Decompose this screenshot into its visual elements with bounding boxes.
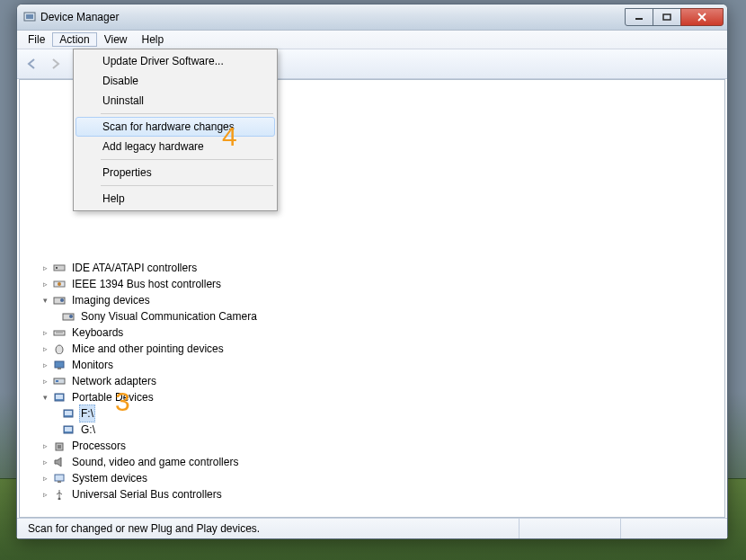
minimize-button[interactable] [625,8,653,26]
titlebar[interactable]: Device Manager [17,4,727,31]
back-button[interactable] [22,54,42,74]
device-manager-window: Device Manager File Action View Help [16,4,728,539]
maximize-button[interactable] [653,8,681,26]
imaging-icon [52,294,67,307]
menu-properties[interactable]: Properties [75,163,275,182]
tree-node-drive-g[interactable]: G:\ [23,422,724,438]
window-title: Device Manager [40,11,626,23]
selected-node: F:\ [79,404,95,422]
svg-point-15 [56,345,63,354]
statusbar: Scan for changed or new Plug and Play de… [17,518,727,538]
svg-point-8 [58,282,61,286]
svg-rect-27 [58,445,61,449]
tree-node-ide[interactable]: ▹ IDE ATA/ATAPI controllers [23,260,724,276]
collapsed-icon[interactable]: ▹ [40,376,50,387]
collapsed-icon[interactable]: ▹ [40,360,50,370]
tree-node-drive-f[interactable]: F:\ [23,405,724,422]
forward-button[interactable] [46,54,66,74]
collapsed-icon[interactable]: ▹ [40,262,50,273]
processor-icon [52,440,67,452]
ieee-icon [52,278,67,290]
svg-rect-17 [58,368,61,369]
tree-node-ieee[interactable]: ▹ IEEE 1394 Bus host controllers [23,276,724,292]
svg-point-12 [69,315,73,318]
svg-rect-28 [55,475,64,481]
expanded-icon[interactable]: ▾ [40,295,50,306]
keyboard-icon [52,326,67,339]
usb-icon [52,488,67,501]
system-icon [52,472,67,484]
tree-node-imaging-camera[interactable]: Sony Visual Communication Camera [23,308,724,324]
svg-rect-29 [58,481,61,483]
tree-node-mice[interactable]: ▹ Mice and other pointing devices [23,341,724,357]
svg-rect-16 [55,361,64,368]
network-icon [52,375,67,387]
svg-point-10 [60,298,64,302]
menu-file[interactable]: File [21,32,52,47]
collapsed-icon[interactable]: ▹ [40,489,50,500]
menu-update-driver[interactable]: Update Driver Software... [75,51,275,71]
menu-help-item[interactable]: Help [75,189,275,209]
tree-node-sound[interactable]: ▹ Sound, video and game controllers [23,454,724,470]
collapsed-icon[interactable]: ▹ [40,457,50,467]
collapsed-icon[interactable]: ▹ [40,327,50,338]
collapsed-icon[interactable]: ▹ [40,343,50,354]
app-icon [22,10,37,24]
camera-icon [61,310,75,323]
tree-node-keyboards[interactable]: ▹ Keyboards [23,324,724,341]
menu-separator [101,185,273,186]
tree-node-portable[interactable]: ▾ Portable Devices [23,389,724,405]
svg-point-30 [58,498,61,501]
svg-rect-6 [56,267,58,269]
svg-rect-3 [663,14,671,20]
menu-scan-hardware[interactable]: Scan for hardware changes [75,117,275,137]
status-cell-2 [520,519,621,538]
menu-add-legacy[interactable]: Add legacy hardware [75,137,275,156]
collapsed-icon[interactable]: ▹ [40,279,50,289]
menu-disable[interactable]: Disable [75,71,275,91]
menu-view[interactable]: View [97,32,135,47]
monitor-icon [52,359,67,371]
tree-node-network[interactable]: ▹ Network adapters [23,373,724,389]
menu-action[interactable]: Action [52,32,96,47]
status-text: Scan for changed or new Plug and Play de… [22,519,520,538]
portable-icon [52,391,67,404]
svg-rect-25 [65,427,72,431]
svg-rect-19 [56,380,58,382]
svg-rect-21 [56,395,63,399]
svg-rect-1 [26,14,33,19]
svg-rect-5 [54,265,65,271]
sound-icon [52,456,67,468]
drive-icon [61,423,75,436]
menu-separator [101,113,273,114]
action-menu-dropdown: Update Driver Software... Disable Uninst… [73,49,278,211]
menubar: File Action View Help [17,31,727,49]
tree-node-system[interactable]: ▹ System devices [23,470,724,486]
svg-rect-2 [635,18,643,20]
tree-node-usb[interactable]: ▹ Universal Serial Bus controllers [23,486,724,502]
tree-node-imaging[interactable]: ▾ Imaging devices [23,292,724,308]
drive-icon [61,407,75,420]
controller-icon [52,262,67,274]
menu-uninstall[interactable]: Uninstall [75,91,275,111]
tree-node-monitors[interactable]: ▹ Monitors [23,357,724,373]
svg-rect-23 [65,411,72,415]
menu-help[interactable]: Help [135,32,172,47]
collapsed-icon[interactable]: ▹ [40,440,50,451]
collapsed-icon[interactable]: ▹ [40,473,50,484]
svg-rect-18 [54,378,65,384]
tree-node-processors[interactable]: ▹ Processors [23,438,724,454]
expanded-icon[interactable]: ▾ [40,392,50,403]
menu-separator [101,159,273,160]
status-cell-3 [621,519,722,538]
mouse-icon [52,342,67,355]
close-button[interactable] [680,8,724,26]
